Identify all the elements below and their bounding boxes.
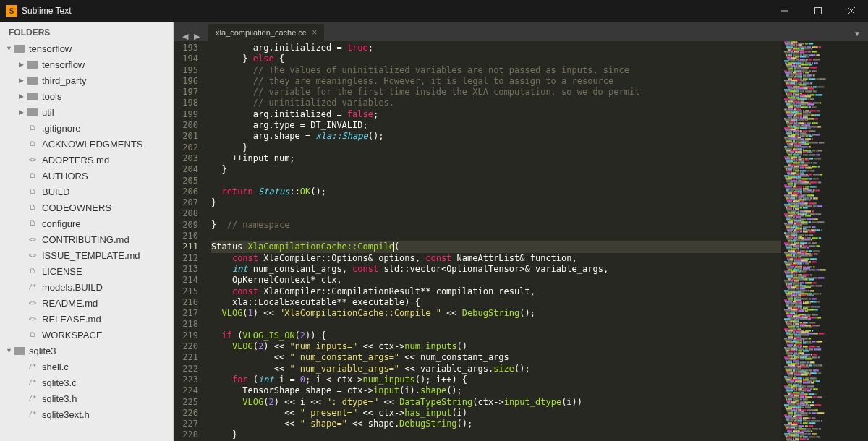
tree-item-label: sqlite3 [29, 346, 56, 356]
tree-item-label: CODEOWNERS [42, 202, 111, 213]
svg-rect-1 [815, 8, 822, 14]
tree-item-label: ISSUE_TEMPLATE.md [42, 250, 140, 261]
tree-item-label: WORKSPACE [42, 330, 103, 341]
app-icon: S [6, 5, 17, 17]
expand-arrow-icon[interactable]: ▶ [19, 77, 27, 84]
file-icon: 🗋 [27, 171, 38, 181]
file-item[interactable]: <>ISSUE_TEMPLATE.md [0, 247, 173, 263]
file-tab[interactable]: xla_compilation_cache.cc × [208, 24, 324, 41]
tree-item-label: BUILD [42, 187, 69, 197]
file-item[interactable]: 🗋LICENSE [0, 263, 173, 279]
folder-item[interactable]: ▶tensorflow [0, 56, 173, 72]
file-item[interactable]: 🗋.gitignore [0, 120, 173, 136]
tree-item-label: AUTHORS [42, 171, 88, 181]
file-item[interactable]: <>ADOPTERS.md [0, 152, 173, 168]
file-icon: <> [27, 250, 38, 260]
file-item[interactable]: 🗋CODEOWNERS [0, 200, 173, 215]
file-item[interactable]: <>RELEASE.md [0, 311, 173, 327]
file-item[interactable]: /*shell.c [0, 359, 173, 374]
tree-item-label: tools [42, 91, 61, 102]
tab-label: xla_compilation_cache.cc [216, 28, 306, 37]
folder-item[interactable]: ▶util [0, 104, 173, 120]
file-item[interactable]: /*sqlite3ext.h [0, 406, 173, 422]
folder-icon [14, 45, 25, 53]
tree-item-label: models.BUILD [42, 282, 103, 293]
sidebar-title: FOLDERS [0, 22, 173, 40]
tree-item-label: sqlite3.c [42, 377, 77, 388]
line-numbers-gutter[interactable]: 1931941951961971981992002012022032042052… [174, 41, 211, 441]
file-item[interactable]: /*sqlite3.h [0, 390, 173, 406]
minimap[interactable]: ██ █████ ████████ ███████ ██ █████ █████… [781, 41, 868, 441]
file-item[interactable]: 🗋WORKSPACE [0, 327, 173, 343]
file-icon: /* [27, 377, 38, 388]
tree-item-label: shell.c [42, 361, 69, 372]
tree-item-label: sqlite3.h [42, 393, 77, 404]
folder-icon [14, 347, 25, 355]
file-item[interactable]: 🗋ACKNOWLEDGMENTS [0, 136, 173, 152]
app-title: Sublime Text [22, 6, 71, 16]
titlebar: S Sublime Text [0, 0, 868, 22]
file-item[interactable]: /*models.BUILD [0, 279, 173, 295]
tree-item-label: ACKNOWLEDGMENTS [42, 139, 142, 150]
tree-item-label: CONTRIBUTING.md [42, 234, 129, 245]
tab-close-button[interactable]: × [312, 27, 317, 38]
tree-item-label: sqlite3ext.h [42, 409, 90, 420]
tree-item-label: tensorflow [42, 59, 85, 70]
maximize-button[interactable] [801, 0, 835, 22]
file-item[interactable]: /*sqlite3.c [0, 374, 173, 390]
tree-item-label: ADOPTERS.md [42, 155, 109, 166]
file-icon: <> [27, 234, 38, 244]
file-icon: /* [27, 393, 38, 403]
folder-icon [27, 108, 38, 116]
file-icon: 🗋 [27, 139, 38, 149]
tree-item-label: RELEASE.md [42, 314, 101, 325]
file-icon: <> [27, 298, 38, 308]
file-icon: <> [27, 314, 38, 324]
file-icon: 🗋 [27, 330, 38, 340]
nav-forward-button[interactable]: ▶ [194, 32, 200, 41]
file-icon: /* [27, 409, 38, 419]
file-item[interactable]: 🗋BUILD [0, 184, 173, 200]
tree-item-label: configure [42, 218, 80, 229]
folder-icon [27, 77, 38, 85]
folder-item[interactable]: ▶tools [0, 88, 173, 104]
file-item[interactable]: 🗋AUTHORS [0, 168, 173, 184]
file-icon: 🗋 [27, 202, 38, 213]
expand-arrow-icon[interactable]: ▼ [6, 45, 14, 52]
tree-item-label: third_party [42, 75, 86, 86]
nav-back-button[interactable]: ◀ [182, 32, 188, 41]
sidebar[interactable]: FOLDERS ▼tensorflow▶tensorflow▶third_par… [0, 22, 174, 441]
file-icon: 🗋 [27, 266, 38, 276]
folder-item[interactable]: ▼tensorflow [0, 40, 173, 56]
file-icon: 🗋 [27, 218, 38, 228]
folder-item[interactable]: ▶third_party [0, 72, 173, 88]
tree-item-label: LICENSE [42, 266, 82, 277]
minimize-button[interactable] [768, 0, 801, 22]
expand-arrow-icon[interactable]: ▶ [19, 93, 27, 100]
file-icon: 🗋 [27, 187, 38, 197]
expand-arrow-icon[interactable]: ▶ [19, 61, 27, 68]
expand-arrow-icon[interactable]: ▶ [19, 108, 27, 116]
code-editor[interactable]: arg.initialized = true; } else { // The … [211, 41, 781, 441]
tree-item-label: tensorflow [29, 43, 72, 54]
folder-item[interactable]: ▼sqlite3 [0, 343, 173, 359]
folder-icon [27, 61, 38, 69]
editor-pane: ◀ ▶ xla_compilation_cache.cc × ▼ 1931941… [174, 22, 868, 441]
file-icon: 🗋 [27, 123, 38, 133]
expand-arrow-icon[interactable]: ▼ [6, 347, 14, 354]
tree-item-label: README.md [42, 298, 98, 309]
tabbar-menu-button[interactable]: ▼ [849, 25, 865, 41]
window-controls [768, 0, 868, 22]
tree-item-label: .gitignore [42, 123, 80, 134]
file-icon: /* [27, 361, 38, 372]
folder-icon [27, 93, 38, 100]
tree-item-label: util [42, 107, 54, 118]
file-item[interactable]: <>README.md [0, 295, 173, 311]
file-item[interactable]: <>CONTRIBUTING.md [0, 231, 173, 247]
close-button[interactable] [835, 0, 868, 22]
file-icon: <> [27, 155, 38, 165]
file-item[interactable]: 🗋configure [0, 215, 173, 231]
file-icon: /* [27, 282, 38, 292]
